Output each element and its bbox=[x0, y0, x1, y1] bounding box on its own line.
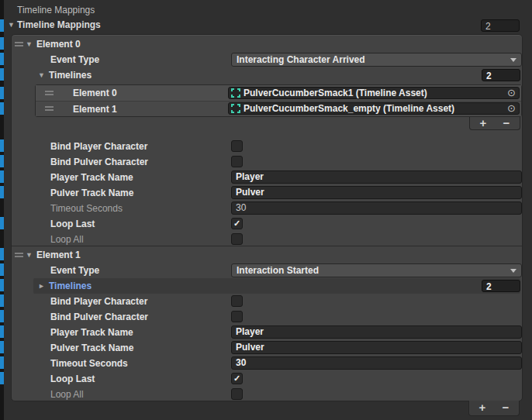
timeline-asset-field[interactable]: PulverCucumberSmack1 (Timeline Asset) ⊙ bbox=[228, 87, 520, 99]
prefab-override-bar bbox=[0, 102, 4, 115]
bind-player-checkbox[interactable] bbox=[231, 140, 243, 152]
prefab-override-bar bbox=[0, 186, 4, 198]
add-timeline-button[interactable]: + bbox=[475, 117, 492, 129]
prefab-override-bar bbox=[0, 155, 4, 167]
prefab-override-bar bbox=[0, 68, 4, 81]
pulver-track-input[interactable]: Pulver bbox=[231, 341, 522, 354]
player-track-label: Player Track Name bbox=[50, 170, 133, 185]
timeline-list-item[interactable]: Element 1 PulverCucumberSmack_empty (Tim… bbox=[36, 101, 521, 116]
remove-element-button[interactable]: − bbox=[497, 401, 514, 415]
element0-bind-pulver-row: Bind Pulver Character bbox=[12, 154, 520, 170]
loop-last-label: Loop Last bbox=[50, 216, 95, 232]
bind-pulver-label: Bind Pulver Character bbox=[50, 154, 148, 170]
event-type-label: Event Type bbox=[50, 52, 99, 67]
loop-last-checkbox[interactable]: ✓ bbox=[231, 218, 243, 229]
prefab-override-bar bbox=[0, 294, 4, 307]
foldout-closed-icon[interactable]: ► bbox=[38, 278, 45, 294]
foldout-open-icon[interactable]: ▼ bbox=[26, 36, 33, 52]
event-type-dropdown[interactable]: Interacting Character Arrived bbox=[231, 53, 522, 67]
timeline-list-item[interactable]: Element 0 PulverCucumberSmack1 (Timeline… bbox=[36, 85, 521, 101]
timeline-item-label: Element 1 bbox=[73, 102, 117, 117]
bind-pulver-label: Bind Pulver Character bbox=[50, 309, 148, 325]
prefab-override-bar bbox=[0, 19, 4, 32]
timelines-size-field[interactable]: 2 bbox=[482, 280, 520, 292]
pulver-track-input[interactable]: Pulver bbox=[231, 186, 522, 199]
list-size-field[interactable]: 2 bbox=[481, 19, 520, 32]
pulver-track-label: Pulver Track Name bbox=[50, 340, 133, 356]
dropdown-arrow-icon bbox=[510, 269, 516, 273]
element1-header-row[interactable]: ▼ Element 1 bbox=[12, 247, 520, 263]
foldout-open-icon[interactable]: ▼ bbox=[38, 67, 45, 83]
list-footer: + − bbox=[468, 401, 520, 416]
foldout-open-icon[interactable]: ▼ bbox=[26, 247, 33, 263]
loop-all-checkbox[interactable] bbox=[231, 233, 243, 245]
timeout-label: Timeout Seconds bbox=[50, 201, 123, 216]
loop-all-label: Loop All bbox=[50, 232, 84, 247]
prefab-override-bar bbox=[0, 248, 4, 260]
drag-handle-icon[interactable] bbox=[15, 253, 23, 257]
prefab-override-bar bbox=[0, 53, 4, 65]
element0-timeout-row: Timeout Seconds 30 bbox=[12, 201, 520, 216]
element1-bind-player-row: Bind Player Character bbox=[12, 294, 520, 309]
player-track-input[interactable]: Player bbox=[231, 170, 522, 184]
event-type-label: Event Type bbox=[50, 263, 99, 278]
timeline-item-label: Element 0 bbox=[73, 85, 117, 101]
timeline-mappings-header-row[interactable]: ▼ Timeline Mappings bbox=[6, 17, 532, 33]
element1-timeout-row: Timeout Seconds 30 bbox=[12, 356, 520, 371]
list-title: Timeline Mappings bbox=[17, 17, 101, 33]
prefab-override-bar bbox=[0, 325, 4, 338]
loop-last-label: Loop Last bbox=[50, 371, 95, 387]
unity-inspector-timeline-mappings: Timeline Mappings ▼ Timeline Mappings 2 … bbox=[0, 0, 532, 420]
object-picker-icon[interactable]: ⊙ bbox=[507, 88, 516, 98]
timeline-asset-icon bbox=[231, 104, 240, 113]
prefab-override-bar bbox=[0, 356, 4, 369]
bind-player-checkbox[interactable] bbox=[231, 295, 243, 307]
element1-timelines-header-row[interactable]: ► Timelines 2 bbox=[12, 278, 520, 294]
event-type-value: Interacting Character Arrived bbox=[237, 53, 365, 66]
remove-timeline-button[interactable]: − bbox=[498, 117, 515, 129]
bind-pulver-checkbox[interactable] bbox=[231, 156, 243, 167]
timelines-label: Timelines bbox=[49, 67, 92, 83]
element1-loop-all-row: Loop All bbox=[12, 387, 520, 402]
property-label: Timeline Mappings bbox=[17, 4, 95, 16]
foldout-open-icon[interactable]: ▼ bbox=[8, 17, 15, 33]
element0-player-track-row: Player Track Name Player bbox=[12, 170, 520, 185]
element1-player-track-row: Player Track Name Player bbox=[12, 325, 520, 340]
prefab-override-bar bbox=[0, 139, 4, 152]
element0-loop-last-row: Loop Last ✓ bbox=[12, 216, 520, 232]
loop-all-checkbox[interactable] bbox=[231, 388, 243, 400]
drag-handle-icon[interactable] bbox=[45, 91, 54, 95]
prefab-override-bar bbox=[0, 217, 4, 229]
element0-event-type-row: Event Type Interacting Character Arrived bbox=[12, 52, 520, 67]
prefab-override-bar bbox=[0, 341, 4, 353]
prefab-override-bar bbox=[0, 37, 4, 50]
loop-all-label: Loop All bbox=[50, 387, 84, 402]
drag-handle-icon[interactable] bbox=[15, 42, 23, 46]
bind-pulver-checkbox[interactable] bbox=[231, 311, 243, 322]
timeline-asset-field[interactable]: PulverCucumberSmack_empty (Timeline Asse… bbox=[228, 102, 520, 115]
add-element-button[interactable]: + bbox=[474, 401, 491, 415]
object-picker-icon[interactable]: ⊙ bbox=[507, 103, 516, 114]
event-type-value: Interaction Started bbox=[237, 264, 319, 277]
timelines-list-footer: + − bbox=[469, 117, 520, 130]
player-track-input[interactable]: Player bbox=[231, 325, 522, 339]
element0-header-row[interactable]: ▼ Element 0 bbox=[12, 36, 520, 52]
element1-pulver-track-row: Pulver Track Name Pulver bbox=[12, 340, 520, 356]
element0-loop-all-row: Loop All bbox=[12, 232, 520, 247]
prefab-override-bar bbox=[0, 279, 4, 291]
event-type-dropdown[interactable]: Interaction Started bbox=[231, 263, 522, 277]
bind-player-label: Bind Player Character bbox=[50, 294, 147, 309]
timelines-size-field[interactable]: 2 bbox=[482, 69, 520, 81]
prefab-override-bar bbox=[0, 263, 4, 276]
element0-title: Element 0 bbox=[36, 36, 81, 52]
prefab-override-bar bbox=[0, 87, 4, 99]
timeout-input[interactable]: 30 bbox=[231, 201, 522, 215]
loop-last-checkbox[interactable]: ✓ bbox=[231, 373, 243, 384]
element1-title: Element 1 bbox=[36, 247, 81, 263]
timeout-input[interactable]: 30 bbox=[231, 356, 522, 370]
player-track-label: Player Track Name bbox=[50, 325, 133, 340]
timelines-list: Element 0 PulverCucumberSmack1 (Timeline… bbox=[35, 84, 522, 117]
element0-timelines-header-row[interactable]: ▼ Timelines 2 bbox=[12, 67, 520, 83]
drag-handle-icon[interactable] bbox=[45, 106, 54, 111]
prefab-override-bar bbox=[0, 372, 4, 384]
